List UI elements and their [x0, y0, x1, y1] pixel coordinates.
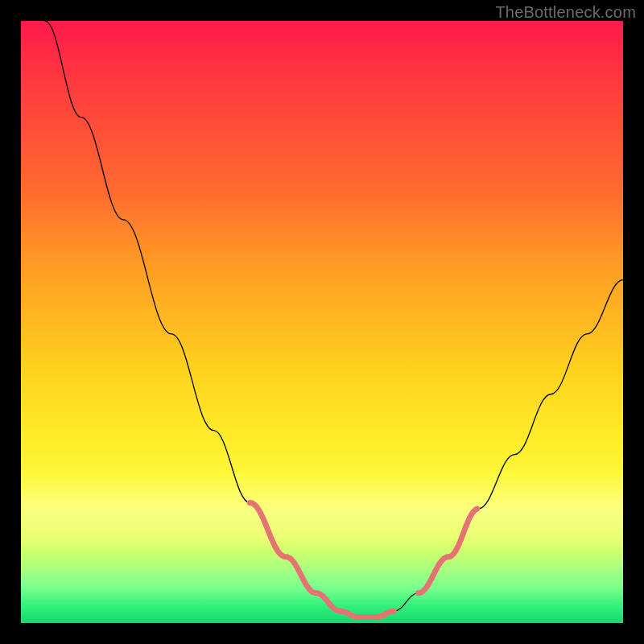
watermark-text: TheBottleneck.com [495, 3, 636, 22]
highlight-segments [250, 502, 478, 617]
plot-area [21, 21, 623, 623]
bottleneck-curve [45, 21, 623, 617]
highlight-segment [340, 611, 394, 617]
curve-path [45, 21, 623, 617]
chart-frame: TheBottleneck.com [0, 0, 644, 644]
curve-layer [21, 21, 623, 623]
highlight-segment [419, 509, 479, 593]
highlight-segment [250, 502, 340, 611]
